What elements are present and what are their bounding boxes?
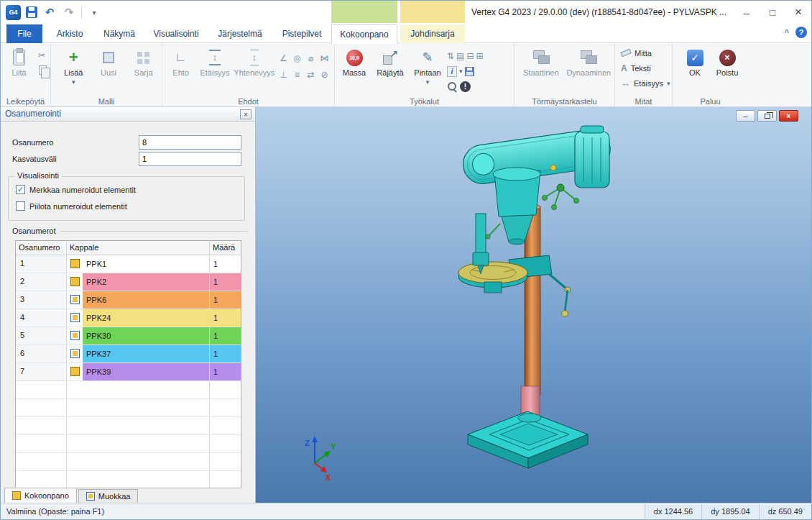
part-list-icon[interactable]: ▤ <box>456 51 464 61</box>
overlay-window-icon[interactable]: ⊞ <box>476 51 483 61</box>
symmetry-constraint-icon[interactable]: ⋈ <box>318 50 331 66</box>
chevron-down-icon[interactable] <box>459 68 463 75</box>
explode-button[interactable]: Räjäytä <box>372 47 408 77</box>
table-row[interactable]: 3 PPK6 1 <box>16 291 241 309</box>
mark-numbered-checkbox[interactable] <box>16 185 25 194</box>
renumber-icon[interactable]: ⇅ <box>447 51 454 61</box>
quick-access-menu-icon[interactable] <box>87 5 101 19</box>
row-number-cell <box>16 399 67 416</box>
panel-tab-muokkaa[interactable]: Muokkaa <box>78 489 139 503</box>
table-row[interactable] <box>16 399 241 417</box>
app-logo[interactable]: G4 <box>6 5 21 20</box>
tab-file[interactable]: File <box>6 24 42 43</box>
parallel-constraint-icon[interactable]: ≡ <box>290 66 304 83</box>
copy-icon[interactable] <box>39 65 47 75</box>
table-row[interactable] <box>16 435 241 453</box>
work-table[interactable] <box>458 262 527 283</box>
static-collision-button[interactable]: Staattinen <box>520 47 562 77</box>
measure-button[interactable]: Mitta <box>618 45 652 60</box>
perpendicular-constraint-icon[interactable]: ⊥ <box>277 66 290 83</box>
table-row[interactable] <box>16 453 241 471</box>
text-icon <box>621 63 627 73</box>
tab-kokoonpano[interactable]: Kokoonpano <box>331 24 397 44</box>
axis-z-label: Z <box>305 439 310 447</box>
collapse-ribbon-icon[interactable] <box>785 28 789 37</box>
chevron-down-icon[interactable] <box>72 78 75 86</box>
coincidence-button[interactable]: Yhtenevyys <box>234 47 275 77</box>
increment-input[interactable] <box>139 152 241 166</box>
series-button[interactable]: Sarja <box>128 47 159 77</box>
help-icon[interactable] <box>795 27 807 38</box>
constraint-button[interactable]: Ehto <box>165 47 196 77</box>
exit-button[interactable]: Poistu <box>713 47 742 77</box>
table-row[interactable]: 2 PPK2 1 <box>16 273 241 291</box>
tab-pistepilvet[interactable]: Pistepilvet <box>274 24 330 43</box>
viewport-minimize-icon[interactable]: – <box>736 110 755 122</box>
part-numbers-title: Osanumerot <box>12 227 56 235</box>
drill-press-model[interactable]: Z Y X <box>256 107 812 504</box>
minimize-icon[interactable] <box>734 1 760 24</box>
tab-visualisointi[interactable]: Visualisointi <box>146 24 206 43</box>
dynamic-collision-button[interactable]: Dynaaminen <box>566 47 612 77</box>
dialog-close-icon[interactable] <box>240 109 252 119</box>
align-constraint-icon[interactable]: ⇄ <box>304 66 318 83</box>
close-icon[interactable] <box>785 1 811 24</box>
chuck[interactable] <box>473 252 489 265</box>
viewport-restore-icon[interactable] <box>757 110 777 122</box>
distance-constraint-button[interactable]: Etäisyys <box>198 47 231 77</box>
tab-arkisto[interactable]: Arkisto <box>47 24 93 43</box>
zoom-icon[interactable] <box>447 81 458 92</box>
maximize-icon[interactable] <box>760 1 785 24</box>
distance-measure-label: Etäisyys <box>634 79 663 88</box>
column-header-kappale[interactable]: Kappale <box>67 241 210 255</box>
crank-handle[interactable] <box>549 274 566 288</box>
column-header-osanumero[interactable]: Osanumero <box>16 241 67 255</box>
table-row[interactable] <box>16 471 241 488</box>
hide-numbered-row[interactable]: Piilota numeroidut elementit <box>16 201 127 211</box>
viewport-close-icon[interactable]: × <box>779 110 798 122</box>
save-icon[interactable] <box>26 6 37 18</box>
table-row[interactable] <box>16 417 241 435</box>
concentric-constraint-icon[interactable]: ◎ <box>290 50 304 66</box>
warning-icon[interactable] <box>460 81 471 92</box>
tab-johdinsarja[interactable]: Johdinsarja <box>400 24 465 43</box>
part-number-input[interactable] <box>139 135 241 150</box>
tab-nakyma[interactable]: Näkymä <box>96 24 143 43</box>
contextual-strip-kokoonpano <box>331 1 397 23</box>
add-part-button[interactable]: Lisää <box>58 47 89 86</box>
undo-icon[interactable] <box>42 5 57 19</box>
spindle[interactable] <box>476 214 486 254</box>
axis-x-label: X <box>326 473 331 482</box>
panel-tab-kokoonpano[interactable]: Kokoonpano <box>4 488 77 503</box>
hide-numbered-checkbox[interactable] <box>16 201 25 211</box>
table-row[interactable]: 7 PPK39 1 <box>16 363 241 381</box>
table-row[interactable]: 6 PPK37 1 <box>16 345 241 363</box>
mass-button[interactable]: 10,0 Massa <box>338 47 371 77</box>
redo-icon[interactable] <box>62 5 76 19</box>
tangent-constraint-icon[interactable]: ⌀ <box>304 50 318 66</box>
angle-constraint-icon[interactable]: ∠ <box>277 50 290 66</box>
tab-jarjestelma[interactable]: Järjestelmä <box>209 24 271 43</box>
paste-button[interactable]: Liitä <box>4 47 34 77</box>
text-button[interactable]: Teksti <box>618 60 651 76</box>
table-row[interactable]: 1 PPK1 1 <box>16 255 241 273</box>
dialog-header[interactable]: Osanumerointi <box>1 107 255 122</box>
row-qty-cell: 1 <box>210 327 241 345</box>
table-row[interactable]: 4 PPK24 1 <box>16 309 241 327</box>
ok-button[interactable]: OK <box>683 47 707 77</box>
distance-measure-button[interactable]: Etäisyys <box>618 76 670 91</box>
table-row[interactable] <box>16 381 241 399</box>
save-view-icon[interactable] <box>465 67 474 76</box>
column-header-maara[interactable]: Määrä <box>210 241 241 255</box>
model-viewport[interactable]: – × <box>256 107 812 504</box>
chevron-down-icon[interactable] <box>426 78 430 86</box>
to-surface-button[interactable]: Pintaan <box>410 47 446 86</box>
compare-window-icon[interactable]: ⊟ <box>466 51 474 61</box>
info-icon[interactable] <box>447 66 457 77</box>
mark-numbered-row[interactable]: Merkkaa numeroidut elementit <box>16 185 136 194</box>
chevron-down-icon[interactable] <box>667 80 670 87</box>
table-row[interactable]: 5 PPK30 1 <box>16 327 241 345</box>
fix-constraint-icon[interactable]: ⊘ <box>318 66 331 83</box>
cut-icon[interactable] <box>36 50 47 61</box>
new-part-button[interactable]: Uusi <box>93 47 124 77</box>
